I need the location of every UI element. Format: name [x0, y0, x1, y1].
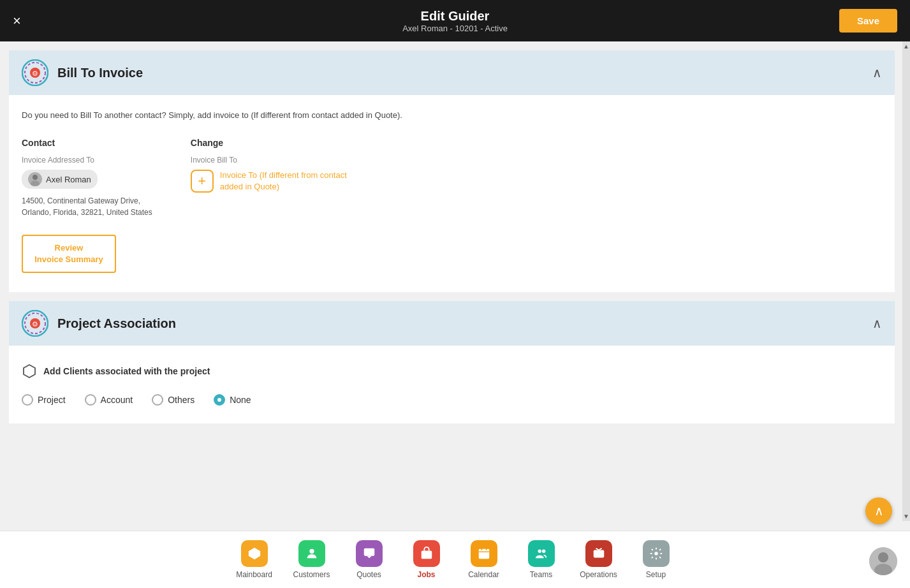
scroll-up-fab[interactable]: ∧: [865, 497, 892, 524]
bill-to-invoice-header-left: ⚙ Bill To Invoice: [22, 59, 143, 86]
project-association-collapse-button[interactable]: ∧: [872, 316, 882, 331]
operations-icon: [585, 540, 612, 567]
nav-item-quotes[interactable]: Quotes: [341, 535, 398, 584]
quotes-icon: [356, 540, 383, 567]
header-title: Edit Guider Axel Roman - 10201 - Active: [402, 8, 508, 33]
contact-chip[interactable]: Axel Roman: [22, 170, 98, 189]
svg-marker-12: [248, 548, 260, 559]
nav-label-operations: Operations: [580, 570, 617, 579]
project-association-header-left: ⚙ Project Association: [22, 310, 176, 337]
header: × Edit Guider Axel Roman - 10201 - Activ…: [0, 0, 910, 41]
nav-label-setup: Setup: [646, 570, 666, 579]
bill-to-invoice-section: ⚙ Bill To Invoice ∧ Do you need to Bill …: [9, 50, 895, 292]
bill-to-invoice-title: Bill To Invoice: [57, 66, 143, 80]
nav-item-mainboard[interactable]: Mainboard: [226, 535, 283, 584]
page-title: Edit Guider: [402, 8, 508, 24]
svg-point-13: [309, 549, 314, 554]
hexagon-icon: [22, 364, 37, 379]
project-association-body: Add Clients associated with the project …: [9, 346, 895, 423]
contact-col-label: Contact: [22, 138, 152, 148]
review-invoice-summary-button[interactable]: Review Invoice Summary: [22, 235, 116, 273]
add-clients-label: Add Clients associated with the project: [43, 366, 210, 376]
nav-label-teams: Teams: [530, 570, 552, 579]
svg-rect-14: [363, 548, 374, 556]
nav-label-mainboard: Mainboard: [236, 570, 272, 579]
bill-to-invoice-body: Do you need to Bill To another contact? …: [9, 95, 895, 292]
save-button[interactable]: Save: [839, 9, 897, 33]
mainboard-icon: [241, 540, 268, 567]
nav-item-teams[interactable]: Teams: [513, 535, 570, 584]
invoice-to-button[interactable]: + Invoice To (If different from contact …: [191, 170, 348, 193]
avatar: [28, 172, 42, 186]
nav-item-jobs[interactable]: Jobs: [398, 535, 455, 584]
svg-rect-22: [593, 550, 604, 558]
project-association-icon: ⚙: [22, 310, 48, 337]
radio-circle-project: [22, 394, 33, 406]
jobs-icon: [413, 540, 440, 567]
nav-label-jobs: Jobs: [417, 570, 435, 579]
svg-text:⚙: ⚙: [32, 70, 38, 77]
invoice-to-text: Invoice To (If different from contact ad…: [220, 170, 348, 193]
scroll-up-arrow[interactable]: ▲: [903, 43, 909, 50]
calendar-icon: [471, 540, 497, 567]
scroll-down-arrow[interactable]: ▼: [903, 513, 909, 520]
bill-to-invoice-icon: ⚙: [22, 59, 48, 86]
plus-icon: +: [191, 170, 214, 193]
radio-circle-others: [152, 394, 163, 406]
svg-text:⚙: ⚙: [32, 320, 38, 328]
nav-item-operations[interactable]: Operations: [570, 535, 627, 584]
radio-others[interactable]: Others: [152, 394, 194, 406]
change-col-label: Change: [191, 138, 348, 148]
radio-circle-none: [214, 394, 225, 406]
radio-group: Project Account Others None: [22, 394, 882, 406]
setup-icon: [643, 540, 670, 567]
address-line1: 14500, Continental Gateway Drive,: [22, 195, 152, 207]
contact-name: Axel Roman: [46, 175, 91, 184]
svg-point-20: [538, 550, 541, 554]
address-line2: Orlando, Florida, 32821, United States: [22, 207, 152, 218]
bill-two-col: Contact Invoice Addressed To Axel Roman: [22, 138, 882, 218]
user-avatar[interactable]: [869, 547, 897, 575]
project-association-section: ⚙ Project Association ∧ Add Clients asso…: [9, 301, 895, 423]
radio-account[interactable]: Account: [85, 394, 133, 406]
bill-description: Do you need to Bill To another contact? …: [22, 110, 882, 120]
nav-label-calendar: Calendar: [468, 570, 499, 579]
svg-marker-11: [24, 365, 35, 378]
contact-column: Contact Invoice Addressed To Axel Roman: [22, 138, 152, 218]
scrollbar[interactable]: ▲ ▼: [902, 41, 910, 521]
radio-label-project: Project: [38, 395, 66, 405]
nav-label-customers: Customers: [293, 570, 330, 579]
radio-label-account: Account: [101, 395, 133, 405]
radio-label-others: Others: [168, 395, 194, 405]
project-association-title: Project Association: [57, 316, 176, 331]
radio-circle-account: [85, 394, 96, 406]
add-clients-row: Add Clients associated with the project: [22, 364, 882, 379]
invoice-bill-to-label: Invoice Bill To: [191, 156, 348, 165]
svg-point-24: [654, 552, 658, 555]
svg-point-21: [541, 550, 545, 554]
radio-none[interactable]: None: [214, 394, 251, 406]
change-column: Change Invoice Bill To + Invoice To (If …: [191, 138, 348, 218]
project-association-header: ⚙ Project Association ∧: [9, 301, 895, 346]
close-button[interactable]: ×: [13, 14, 21, 28]
teams-icon: [528, 540, 555, 567]
nav-item-customers[interactable]: Customers: [283, 535, 341, 584]
svg-point-5: [33, 175, 38, 180]
radio-label-none: None: [230, 395, 251, 405]
svg-rect-15: [421, 550, 432, 559]
nav-label-quotes: Quotes: [356, 570, 381, 579]
bill-to-invoice-collapse-button[interactable]: ∧: [872, 65, 882, 80]
bottom-nav: Mainboard Customers Quotes Jobs Calendar…: [0, 531, 910, 588]
customers-icon: [298, 540, 325, 567]
invoice-addressed-label: Invoice Addressed To: [22, 156, 152, 165]
radio-project[interactable]: Project: [22, 394, 66, 406]
nav-item-calendar[interactable]: Calendar: [455, 535, 513, 584]
bill-to-invoice-header: ⚙ Bill To Invoice ∧: [9, 50, 895, 95]
page-subtitle: Axel Roman - 10201 - Active: [402, 24, 508, 33]
nav-item-setup[interactable]: Setup: [627, 535, 685, 584]
svg-point-26: [878, 552, 888, 562]
svg-rect-16: [478, 549, 489, 559]
